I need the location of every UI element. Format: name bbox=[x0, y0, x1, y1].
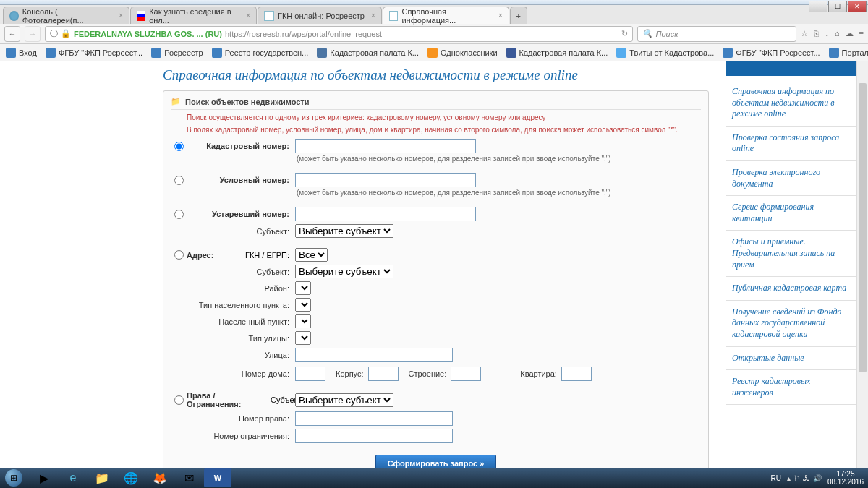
input-obsolete[interactable] bbox=[295, 207, 476, 221]
radio-conditional[interactable] bbox=[174, 176, 184, 185]
select-subject-obsolete[interactable]: Выберите субъект bbox=[295, 224, 393, 238]
select-subject-addr[interactable]: Выберите субъект bbox=[295, 265, 393, 278]
url-path: https://rosreestr.ru/wps/portal/online_r… bbox=[225, 30, 382, 38]
bookmark-label: Одноклассники bbox=[441, 48, 498, 57]
sidebar-item[interactable]: Проверка электронного документа bbox=[726, 161, 856, 196]
forward-button[interactable]: → bbox=[25, 26, 41, 42]
lock-icon: 🔒 bbox=[61, 29, 71, 38]
input-cadastral[interactable] bbox=[295, 139, 476, 153]
close-icon[interactable]: × bbox=[246, 12, 250, 20]
bookmark-item[interactable]: Росреестр bbox=[151, 48, 203, 58]
tray-volume-icon[interactable]: 🔊 bbox=[813, 474, 822, 482]
input-block[interactable] bbox=[368, 367, 399, 381]
clock-date: 08.12.2016 bbox=[827, 478, 864, 486]
label-restr-no: Номер ограничения: bbox=[171, 432, 295, 440]
radio-obsolete[interactable] bbox=[174, 210, 184, 219]
star-icon[interactable]: ☆ bbox=[801, 29, 808, 38]
browser-tab[interactable]: ГКН онлайн: Росреестр× bbox=[258, 7, 382, 24]
label-house: Номер дома: bbox=[171, 369, 295, 378]
lang-indicator[interactable]: RU bbox=[770, 474, 780, 482]
bookmark-item[interactable]: ФГБУ "ФКП Росреест... bbox=[46, 48, 142, 58]
input-street[interactable] bbox=[295, 348, 453, 362]
window-controls: — ☐ ✕ bbox=[809, 1, 867, 12]
menu-icon[interactable]: ≡ bbox=[859, 29, 864, 38]
bookmark-item[interactable]: ФГБУ "ФКП Росреест... bbox=[723, 48, 820, 58]
search-icon: 📁 bbox=[171, 97, 181, 106]
minimize-button[interactable]: — bbox=[809, 1, 827, 12]
scrollbar[interactable] bbox=[856, 61, 868, 468]
task-icon-firefox[interactable]: 🦊 bbox=[146, 468, 174, 487]
bookmark-item[interactable]: Реестр государствен... bbox=[212, 48, 309, 58]
select-settle-type[interactable] bbox=[295, 298, 311, 312]
radio-address[interactable] bbox=[174, 250, 184, 260]
browser-tab[interactable]: Как узнать сведения в онл...× bbox=[130, 7, 257, 24]
cloud-icon[interactable]: ☁ bbox=[846, 29, 854, 38]
select-settle[interactable] bbox=[295, 314, 311, 328]
start-button[interactable]: ⊞ bbox=[0, 468, 27, 488]
close-icon[interactable]: × bbox=[119, 12, 123, 20]
select-rights-subject[interactable]: Выберите субъект bbox=[295, 393, 393, 407]
browser-tab[interactable]: Консоль ( Фотогалереи(п...× bbox=[3, 7, 129, 24]
reload-icon[interactable]: ↻ bbox=[621, 29, 628, 38]
bookmark-item[interactable]: Вход bbox=[6, 48, 37, 58]
back-button[interactable]: ← bbox=[4, 26, 20, 42]
hint-text: (может быть указано несколько номеров, д… bbox=[297, 155, 701, 163]
bookmark-item[interactable]: Кадастровая палата К... bbox=[317, 48, 419, 58]
select-district[interactable] bbox=[295, 281, 311, 295]
bookmark-icon bbox=[427, 48, 438, 58]
address-field[interactable]: ⓘ 🔒 FEDERALNAYA SLUZHBA GOS. ... (RU) ht… bbox=[45, 26, 633, 42]
pocket-icon[interactable]: ⎘ bbox=[814, 29, 819, 38]
clock[interactable]: 17:25 08.12.2016 bbox=[827, 470, 864, 486]
input-house[interactable] bbox=[295, 367, 326, 381]
bookmark-icon bbox=[151, 48, 161, 58]
sidebar-item[interactable]: Публичная кадастровая карта bbox=[726, 277, 856, 301]
browser-tab-active[interactable]: Справочная информация...× bbox=[383, 7, 509, 24]
input-building[interactable] bbox=[451, 367, 481, 381]
bookmark-icon bbox=[829, 48, 839, 58]
radio-cadastral[interactable] bbox=[174, 142, 184, 151]
sidebar-item[interactable]: Получение сведений из Фонда данных госуд… bbox=[726, 301, 856, 347]
task-icon-outlook[interactable]: ✉ bbox=[175, 468, 203, 487]
sidebar-item[interactable]: Реестр кадастровых инженеров bbox=[726, 370, 856, 405]
select-street-type[interactable] bbox=[295, 331, 311, 345]
label-right-no: Номер права: bbox=[171, 414, 295, 423]
bookmark-item[interactable]: Одноклассники bbox=[427, 48, 498, 58]
input-right-no[interactable] bbox=[295, 411, 453, 426]
tray-up-icon[interactable]: ▴ bbox=[787, 474, 791, 482]
search-field[interactable]: 🔍 Поиск bbox=[637, 26, 796, 42]
sidebar-item[interactable]: Сервис формирования квитанции bbox=[726, 196, 856, 231]
sidebar-item[interactable]: Открытые данные bbox=[726, 347, 856, 371]
bookmark-label: Росреестр bbox=[164, 48, 203, 57]
window-chrome bbox=[0, 0, 868, 5]
radio-rights[interactable] bbox=[174, 395, 184, 405]
select-gkn[interactable]: Все bbox=[295, 248, 328, 262]
task-icon-chrome[interactable]: 🌐 bbox=[117, 468, 145, 487]
new-tab-button[interactable]: + bbox=[510, 7, 527, 24]
home-icon[interactable]: ⌂ bbox=[835, 29, 840, 38]
task-icon-media[interactable]: ▶ bbox=[30, 468, 58, 487]
sidebar-item[interactable]: Офисы и приемные. Предварительная запись… bbox=[726, 231, 856, 277]
input-restr-no[interactable] bbox=[295, 429, 453, 443]
bookmark-icon bbox=[46, 48, 56, 58]
bookmark-item[interactable]: Кадастровая палата К... bbox=[506, 48, 608, 58]
input-conditional[interactable] bbox=[295, 173, 476, 187]
sidebar-item[interactable]: Справочная информация по объектам недвиж… bbox=[726, 80, 856, 127]
sidebar-item[interactable]: Проверка состояния запроса online bbox=[726, 127, 856, 161]
task-icon-ie[interactable]: e bbox=[59, 468, 87, 487]
bookmark-item[interactable]: Портал технического... bbox=[829, 48, 868, 58]
scroll-thumb[interactable] bbox=[859, 83, 867, 372]
close-icon[interactable]: × bbox=[498, 12, 503, 20]
maximize-button[interactable]: ☐ bbox=[828, 1, 847, 12]
close-icon[interactable]: × bbox=[371, 12, 375, 20]
task-icon-explorer[interactable]: 📁 bbox=[88, 468, 116, 487]
main-column: Справочная информация по объектам недвиж… bbox=[0, 61, 726, 468]
tray-flag-icon[interactable]: ⚐ bbox=[793, 474, 800, 482]
bookmark-item[interactable]: Твиты от Кадастрова... bbox=[616, 48, 714, 58]
bookmark-label: Кадастровая палата К... bbox=[330, 48, 419, 57]
download-icon[interactable]: ↓ bbox=[825, 29, 829, 38]
task-icon-word[interactable]: W bbox=[204, 468, 231, 487]
input-flat[interactable] bbox=[561, 367, 592, 381]
tray-network-icon[interactable]: 🖧 bbox=[803, 474, 810, 482]
close-button[interactable]: ✕ bbox=[848, 1, 867, 12]
submit-button[interactable]: Сформировать запрос » bbox=[375, 455, 497, 468]
